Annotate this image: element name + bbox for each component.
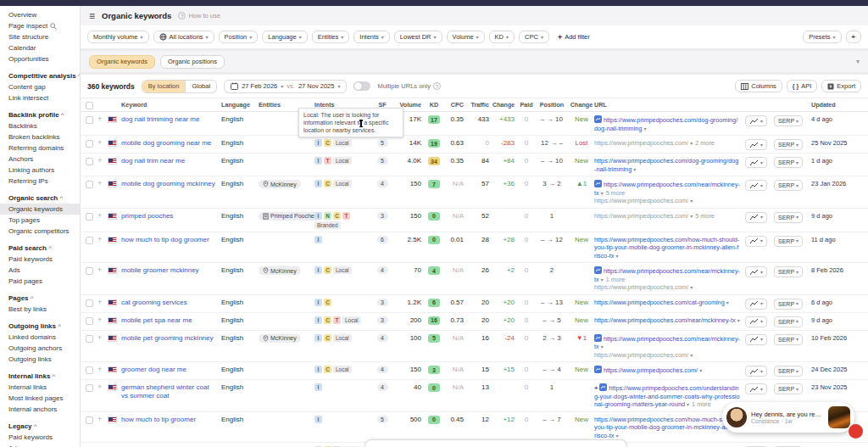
row-checkbox[interactable]: [86, 335, 93, 343]
serp-button[interactable]: SERP▾: [774, 366, 803, 377]
sidebar-item-referring-domains[interactable]: Referring domains: [0, 142, 80, 154]
keyword-link[interactable]: dog nail trimming near me: [121, 115, 221, 124]
url-link[interactable]: https://www.primpedpooches.com/ ▾: [594, 351, 693, 359]
keyword-link[interactable]: mobile pet spa near me: [121, 316, 221, 325]
row-checkbox[interactable]: [86, 416, 93, 424]
add-to-list-icon[interactable]: +: [97, 334, 108, 342]
sidebar-section-outgoing-links[interactable]: Outgoing links ^: [0, 321, 80, 332]
sidebar-item-anchors[interactable]: Anchors: [0, 154, 80, 165]
serp-button[interactable]: SERP▾: [774, 115, 803, 126]
add-to-list-icon[interactable]: +: [97, 115, 108, 123]
row-checkbox[interactable]: [86, 237, 93, 244]
keyword-link[interactable]: how much to tip groomer: [121, 416, 221, 424]
column-header-kd[interactable]: KD: [425, 101, 443, 109]
sidebar-item-paid-pages[interactable]: Paid pages: [0, 276, 80, 287]
trend-chart-button[interactable]: ▾: [745, 334, 767, 345]
keyword-link[interactable]: dog nail trim near me: [121, 157, 221, 165]
keyword-link[interactable]: mobile dog grooming near me: [121, 139, 221, 148]
url-more-link[interactable]: 1 more: [606, 276, 626, 283]
add-to-list-icon[interactable]: +: [97, 416, 108, 423]
column-header-change-12[interactable]: Change: [569, 101, 594, 109]
column-header-traffic[interactable]: Traffic: [467, 101, 492, 109]
sidebar-item-best-by-links[interactable]: Best by links: [0, 304, 80, 315]
serp-button[interactable]: SERP▾: [774, 316, 803, 327]
sidebar-item-most-linked-pages[interactable]: Most linked pages: [0, 393, 80, 404]
sidebar-section-backlink-profile[interactable]: Backlink profile ^: [0, 109, 80, 120]
serp-button[interactable]: SERP▾: [774, 212, 803, 223]
serp-button[interactable]: SERP▾: [774, 266, 803, 277]
entity-chip[interactable]: McKinney: [259, 180, 301, 188]
sidebar-item-organic-competitors[interactable]: Organic competitors: [0, 226, 80, 237]
row-checkbox[interactable]: [86, 317, 93, 325]
add-to-list-icon[interactable]: +: [97, 236, 108, 243]
menu-icon[interactable]: ≡: [89, 11, 95, 21]
sidebar-section-paid-search[interactable]: Paid search ^: [0, 243, 80, 254]
entity-chip[interactable]: McKinney: [259, 266, 301, 275]
serp-button[interactable]: SERP▾: [774, 299, 803, 310]
sidebar-item-broken-backlinks[interactable]: Broken backlinks: [0, 131, 80, 142]
trend-chart-button[interactable]: ▾: [745, 115, 767, 126]
sidebar-item-internal-links[interactable]: Internal links: [0, 382, 80, 393]
date-range-picker[interactable]: 27 Feb 2026 ▾ vs. 27 Nov 2025 ▾: [224, 80, 347, 93]
trend-chart-button[interactable]: ▾: [745, 266, 767, 277]
serp-button[interactable]: SERP▾: [774, 383, 803, 394]
add-to-list-icon[interactable]: +: [97, 139, 108, 147]
add-to-list-icon[interactable]: +: [97, 157, 108, 165]
multiple-urls-toggle[interactable]: [353, 81, 370, 91]
row-checkbox[interactable]: [86, 158, 93, 165]
url-link[interactable]: https://www.primpedpooches.com/ ▾: [604, 366, 702, 374]
column-header-cpc[interactable]: CPC: [443, 101, 467, 109]
collapse-chart-chevron-icon[interactable]: ▾: [856, 58, 860, 65]
keyword-link[interactable]: german shepherd winter coat vs summer co…: [121, 383, 221, 400]
filter-dropdown-volume[interactable]: Volume▾: [447, 31, 485, 43]
url-more-link[interactable]: 1 more: [692, 400, 711, 408]
sidebar-item-top-pages[interactable]: Top pages: [0, 215, 80, 226]
add-to-list-icon[interactable]: +: [97, 212, 108, 220]
presets-dropdown[interactable]: Presets ▾: [803, 31, 841, 43]
url-link[interactable]: https://www.primpedpooches.com/how-much-…: [594, 236, 739, 260]
url-link[interactable]: https://www.primpedpooches.com/near/mcki…: [594, 316, 740, 324]
add-to-list-icon[interactable]: +: [97, 383, 108, 391]
sidebar-item-opportunities[interactable]: Opportunities: [0, 53, 80, 64]
filter-dropdown-entities[interactable]: Entities▾: [312, 31, 350, 43]
how-to-use-link[interactable]: ? How to use: [178, 12, 220, 20]
url-link[interactable]: https://www.primpedpooches.com/cat-groom…: [594, 299, 729, 306]
filter-dropdown-all-locations[interactable]: All locations▾: [153, 31, 214, 43]
add-to-list-icon[interactable]: +: [97, 299, 108, 306]
url-link[interactable]: https://www.primpedpooches.com/dog-groom…: [594, 157, 738, 173]
row-checkbox[interactable]: [86, 384, 93, 392]
filter-dropdown-monthly-volume[interactable]: Monthly volume▾: [87, 31, 149, 43]
sidebar-item-site-structure[interactable]: Site structure: [0, 31, 80, 42]
columns-button[interactable]: Columns: [735, 80, 782, 92]
column-header-paid[interactable]: Paid: [518, 101, 535, 109]
url-more-link[interactable]: 2 more: [695, 139, 715, 147]
keyword-link[interactable]: mobile groomer mckinney: [121, 266, 221, 275]
trend-chart-button[interactable]: ▾: [745, 316, 767, 327]
sidebar-item-outgoing-anchors[interactable]: Outgoing anchors: [0, 343, 80, 354]
row-checkbox[interactable]: [86, 366, 93, 374]
column-header-url[interactable]: URL: [594, 101, 745, 109]
add-to-list-icon[interactable]: +: [97, 316, 108, 324]
trend-chart-button[interactable]: ▾: [745, 180, 767, 191]
row-checkbox[interactable]: [86, 140, 93, 148]
column-header-keyword[interactable]: Keyword: [121, 101, 221, 109]
sidebar-item-backlinks[interactable]: Backlinks: [0, 120, 80, 131]
export-button[interactable]: Export: [821, 80, 861, 92]
column-header-position[interactable]: Position: [535, 101, 569, 109]
url-link[interactable]: https://www.primpedpooches.com/ ▾: [594, 197, 693, 204]
serp-button[interactable]: SERP▾: [774, 180, 803, 191]
sidebar-item-organic-keywords[interactable]: Organic keywords: [0, 204, 80, 215]
keyword-link[interactable]: primped pooches: [121, 212, 221, 221]
row-checkbox[interactable]: [86, 299, 93, 307]
scope-by-location[interactable]: By location: [142, 81, 186, 92]
sidebar-section-organic-search[interactable]: Organic search ^: [0, 193, 80, 204]
trend-chart-button[interactable]: ▾: [745, 366, 767, 377]
trend-chart-button[interactable]: ▾: [745, 383, 767, 394]
sidebar-section-pages[interactable]: Pages ^: [0, 293, 80, 304]
column-header-language[interactable]: Language: [221, 101, 259, 109]
filter-dropdown-lowest-dr[interactable]: Lowest DR▾: [394, 31, 442, 43]
row-checkbox[interactable]: [86, 181, 93, 188]
scope-global[interactable]: Global: [185, 81, 216, 92]
url-more-link[interactable]: 5 more: [606, 189, 626, 197]
sidebar-item-link-intersect[interactable]: Link intersect: [0, 92, 80, 103]
